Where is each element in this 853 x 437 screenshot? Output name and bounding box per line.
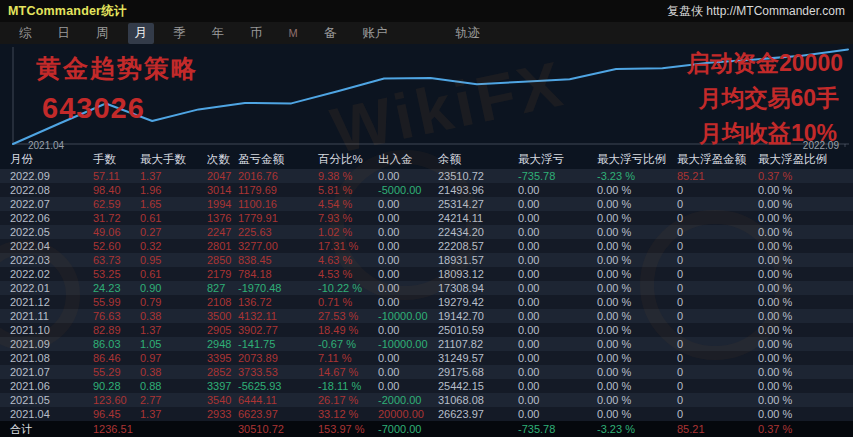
table-cell: 0.00 [518, 281, 597, 295]
table-row[interactable]: 2022.0452.600.3228013277.0017.31 %0.0022… [0, 239, 853, 253]
table-cell: 最大浮盈比例 [758, 150, 853, 169]
table-row[interactable]: 2022.0762.591.6519941100.164.54 %0.00253… [0, 197, 853, 211]
table-cell: 31.72 [93, 211, 140, 225]
table-cell: 17308.94 [438, 281, 518, 295]
table-cell: 手数 [93, 150, 140, 169]
table-row[interactable]: 2022.0549.060.272247225.631.02 %0.002243… [0, 225, 853, 239]
menu-item-账户[interactable]: 账户 [355, 23, 394, 44]
menu-item-综[interactable]: 综 [12, 23, 39, 44]
table-row[interactable]: 2021.1255.990.792108136.720.71 %0.001927… [0, 295, 853, 309]
table-cell: -2000.00 [378, 393, 438, 407]
table-cell: 20000.00 [378, 407, 438, 421]
table-cell: 225.63 [238, 225, 318, 239]
table-cell: 26623.97 [438, 407, 518, 421]
table-cell: 0.00 [518, 225, 597, 239]
table-cell: -10000.00 [378, 337, 438, 351]
table-cell: 86.46 [93, 351, 140, 365]
menu-item-年[interactable]: 年 [205, 23, 232, 44]
table-cell: 1.65 [140, 197, 207, 211]
table-cell: 24.23 [93, 281, 140, 295]
table-row[interactable]: 2021.1082.891.3729053902.7718.49 %0.0025… [0, 323, 853, 337]
table-cell: 0.00 % [758, 393, 853, 407]
monthly-stats-table: 月份手数最大手数次数盈亏金额百分比%出入金余额最大浮亏最大浮亏比例最大浮盈金额最… [0, 150, 853, 437]
table-cell: 0.00 [518, 239, 597, 253]
table-cell: 57.11 [93, 169, 140, 183]
table-row[interactable]: 2021.05123.602.7735406444.1126.17 %-2000… [0, 393, 853, 407]
table-cell: 49.06 [93, 225, 140, 239]
table-row[interactable]: 2021.0986.031.052948-141.75-0.67 %-10000… [0, 337, 853, 351]
table-cell: 1.37 [140, 323, 207, 337]
table-cell: 合计 [10, 421, 93, 437]
table-row[interactable]: 2022.0957.111.3720472016.769.38 %0.00235… [0, 169, 853, 183]
table-cell: 2021.05 [10, 393, 93, 407]
table-row[interactable]: 2021.0755.290.3828523733.5314.67 %0.0029… [0, 365, 853, 379]
table-cell: 0 [677, 351, 758, 365]
menu-item-币[interactable]: 币 [243, 23, 270, 44]
table-cell: 0.00 [378, 253, 438, 267]
monthly-lots-annotation: 月均交易60手 [698, 83, 839, 114]
table-cell: 2022.09 [10, 169, 93, 183]
table-cell: 2073.89 [238, 351, 318, 365]
table-row[interactable]: 2021.0690.280.883397-5625.93-18.11 %0.00… [0, 379, 853, 393]
table-cell: 26.17 % [318, 393, 378, 407]
table-cell: 0 [677, 197, 758, 211]
table-cell [438, 421, 518, 437]
table-cell: 3395 [207, 351, 238, 365]
table-cell: 0.00 [378, 197, 438, 211]
table-total-row: 合计1236.5130510.72153.97 %-7000.00-735.78… [0, 421, 853, 437]
table-cell: 0.00 [518, 337, 597, 351]
table-cell: 0.00 % [597, 183, 677, 197]
table-row[interactable]: 2022.0363.730.952850838.454.63 %0.001893… [0, 253, 853, 267]
table-cell: 0 [677, 407, 758, 421]
table-cell: 3014 [207, 183, 238, 197]
table-cell: 31249.57 [438, 351, 518, 365]
table-cell: 0.38 [140, 309, 207, 323]
table-cell: 2933 [207, 407, 238, 421]
table-cell: 0.00 % [597, 281, 677, 295]
table-cell: 0.00 % [597, 323, 677, 337]
table-cell: -735.78 [518, 169, 597, 183]
menu-item-日[interactable]: 日 [51, 23, 78, 44]
table-cell: 96.45 [93, 407, 140, 421]
table-cell: 4.63 % [318, 253, 378, 267]
table-cell: 19279.42 [438, 295, 518, 309]
table-cell: -1970.48 [238, 281, 318, 295]
table-cell: 17.31 % [318, 239, 378, 253]
table-cell: 784.18 [238, 267, 318, 281]
table-row[interactable]: 2022.0124.230.90827-1970.48-10.22 %0.001… [0, 281, 853, 295]
table-cell: 2021.07 [10, 365, 93, 379]
table-cell: 3397 [207, 379, 238, 393]
table-row[interactable]: 2021.1176.630.3835004132.1127.53 %-10000… [0, 309, 853, 323]
table-cell: 2.77 [140, 393, 207, 407]
menu-item-月[interactable]: 月 [128, 23, 155, 44]
table-row[interactable]: 2022.0898.401.9630141179.695.81 %-5000.0… [0, 183, 853, 197]
table-cell: 0.32 [140, 239, 207, 253]
table-cell: 2179 [207, 267, 238, 281]
table-cell: 0.00 [378, 267, 438, 281]
table-row[interactable]: 2021.0496.451.3729336623.9733.12 %20000.… [0, 407, 853, 421]
table-row[interactable]: 2021.0886.460.9733952073.897.11 %0.00312… [0, 351, 853, 365]
menu-item-备[interactable]: 备 [317, 23, 344, 44]
menu-item-trajectory[interactable]: 轨迹 [448, 23, 487, 44]
table-cell: 最大浮亏比例 [597, 150, 677, 169]
table-cell: 1236.51 [93, 421, 140, 437]
table-cell: 3540 [207, 393, 238, 407]
menu-item-季[interactable]: 季 [166, 23, 193, 44]
menu-item-M[interactable]: M [282, 25, 305, 41]
table-row[interactable]: 2022.0253.250.612179784.184.53 %0.001809… [0, 267, 853, 281]
table-cell: 0 [677, 225, 758, 239]
table-cell: -7000.00 [378, 421, 438, 437]
table-cell: 2948 [207, 337, 238, 351]
table-cell: 3500 [207, 309, 238, 323]
table-cell: 0.00 % [597, 309, 677, 323]
table-row[interactable]: 2022.0631.720.6113761779.917.93 %0.00242… [0, 211, 853, 225]
table-cell: 23510.72 [438, 169, 518, 183]
menu-item-周[interactable]: 周 [89, 23, 116, 44]
table-cell: 2022.01 [10, 281, 93, 295]
table-cell: 5.81 % [318, 183, 378, 197]
table-cell: 4.54 % [318, 197, 378, 211]
table-cell: 85.21 [677, 421, 758, 437]
table-cell: 0.27 [140, 225, 207, 239]
table-cell: 0.00 [378, 211, 438, 225]
table-cell: 0.88 [140, 379, 207, 393]
